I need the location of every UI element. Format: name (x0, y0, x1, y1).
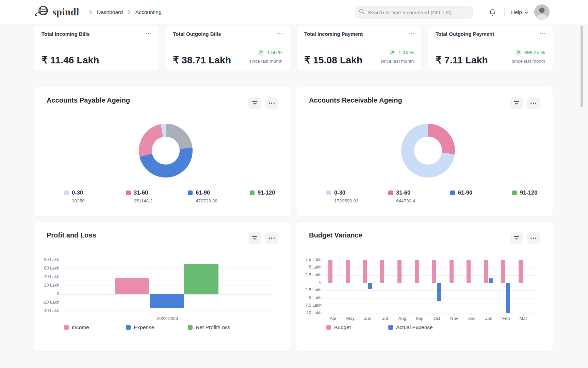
legend-item: Actual Expense (388, 324, 450, 331)
budget-bar-jan (484, 260, 488, 283)
legend-item: 31-60 251148.2 (126, 189, 188, 204)
stat-value: ₹ 38.71 Lakh (173, 55, 231, 66)
y-axis-label: 20 Lakh (34, 283, 59, 288)
trend-up-icon (515, 49, 522, 56)
breadcrumb-dashboard[interactable]: Dashboard (97, 9, 123, 15)
y-axis-label: 2.5 Lakh (296, 288, 322, 292)
legend-item: 61-90 (450, 189, 512, 204)
card-menu-button[interactable] (407, 31, 415, 35)
breadcrumb-accounting[interactable]: Accounting (135, 9, 162, 15)
x-axis-label: Nov (450, 316, 458, 321)
stat-card-total-incoming-payment: Total Incoming Payment ₹ 15.08 Lakh 1.34… (297, 26, 421, 71)
delta-percent: 1.34 % (398, 50, 414, 55)
y-axis-label: 7.5 Lakh (296, 303, 322, 308)
legend-swatch (126, 190, 131, 195)
card-menu-button[interactable] (539, 31, 546, 35)
legend-item: Expense (126, 324, 188, 331)
app-logo[interactable]: spindl (34, 5, 79, 18)
person-photo (534, 4, 550, 20)
legend-item: Income (64, 324, 126, 331)
card-menu-button[interactable] (145, 31, 152, 35)
x-axis-label: Aug (398, 316, 406, 321)
breadcrumb: Dashboard Accounting (89, 0, 162, 24)
accounts-receivable-ageing-card: Accounts Receivable Ageing 0-30 1729590.… (296, 87, 553, 216)
stat-delta: 898.25 % (515, 49, 545, 56)
logo-wordmark: spindl (52, 7, 79, 17)
chart-filter-button[interactable] (510, 97, 523, 109)
help-menu[interactable]: Help (511, 0, 528, 24)
legend-swatch (64, 325, 69, 330)
y-axis-label: -10 Lakh (296, 310, 322, 315)
x-axis-label: Feb (502, 316, 510, 321)
help-label: Help (511, 9, 522, 15)
net-profit-loss-bar (184, 264, 218, 294)
x-axis-label: Oct (434, 316, 440, 321)
y-axis-label: -20 Lakh (34, 300, 59, 305)
budget-bar-mar (519, 260, 523, 283)
x-axis-label: May (346, 316, 355, 321)
legend-swatch (326, 325, 331, 330)
notifications-button[interactable] (487, 7, 497, 17)
budget-bar-jul (380, 260, 384, 283)
actual-expense-bar-feb (506, 283, 510, 313)
chevron-down-icon (524, 9, 528, 15)
y-axis-label: 60 Lakh (34, 266, 59, 271)
payable-ageing-donut (139, 124, 193, 178)
x-axis-label: Sep (415, 316, 423, 321)
delta-caption: since last month (380, 59, 414, 64)
stat-value: ₹ 15.08 Lakh (304, 55, 362, 66)
trend-up-icon (258, 49, 264, 56)
budget-bar-jun (363, 260, 367, 283)
legend-swatch (250, 190, 255, 195)
bell-icon (489, 9, 496, 16)
user-avatar[interactable] (534, 4, 550, 20)
y-axis-label: 0 (34, 291, 59, 296)
stat-delta: 1.34 % (389, 49, 414, 56)
chevron-right-icon (128, 10, 131, 15)
y-axis-label: 0 (296, 280, 322, 285)
chart-legend: 0-30 1729590.93 31-60 644730.4 61-90 91-… (326, 189, 574, 204)
chart-menu-button[interactable] (527, 97, 540, 109)
actual-expense-bar-jun (368, 283, 372, 289)
global-search (355, 6, 473, 19)
budget-variance-card: Budget Variance 7.5 Lakh5 Lakh2.5 Lakh02… (296, 222, 553, 351)
header-divider (504, 7, 505, 17)
legend-item: 31-60 644730.4 (388, 189, 450, 204)
y-axis-label: -40 Lakh (34, 308, 59, 313)
stat-card-total-outgoing-payment: Total Outgoing Payment ₹ 7.11 Lakh 898.2… (428, 26, 553, 71)
legend-swatch (126, 325, 131, 330)
search-icon (359, 9, 365, 16)
ellipsis-icon (530, 103, 537, 104)
legend-item: 91-120 (512, 189, 574, 204)
budget-bar-may (346, 260, 350, 283)
chart-menu-button[interactable] (265, 97, 278, 109)
legend-item: 61-90 470729.38 (188, 189, 250, 204)
stat-title: Total Outgoing Payment (436, 31, 545, 37)
x-axis-label: Apr (330, 316, 337, 321)
ellipsis-icon (269, 103, 275, 104)
legend-swatch (512, 190, 517, 195)
legend-item: 0-30 1729590.93 (326, 189, 388, 204)
expense-bar (150, 294, 184, 308)
budget-bar-oct (432, 260, 436, 283)
chart-filter-button[interactable] (248, 97, 261, 109)
legend-item: 0-30 30250 (64, 189, 126, 204)
search-input[interactable] (368, 10, 469, 15)
card-menu-button[interactable] (276, 31, 284, 35)
scrollbar-thumb[interactable] (581, 26, 583, 107)
legend-swatch (388, 190, 393, 195)
chart-legend: Budget Actual Expense (326, 324, 450, 331)
budget-bar-feb (501, 260, 505, 283)
y-axis-label: -5 Lakh (296, 295, 322, 300)
y-axis-label: 7.5 Lakh (296, 257, 322, 262)
legend-swatch (188, 325, 193, 330)
y-axis-label: 2.5 Lakh (296, 273, 322, 277)
x-axis-label: Jul (382, 316, 388, 321)
chart-legend: Income Expense Net Profit/Loss (64, 324, 250, 331)
stat-title: Total Incoming Payment (304, 31, 414, 37)
accounting-dashboard-page: { "header": { "logo_text": "spindl", "br… (0, 0, 588, 368)
chart-title: Accounts Payable Ageing (47, 96, 130, 104)
legend-swatch (188, 190, 193, 195)
filter-icon (514, 101, 519, 105)
stat-title: Total Outgoing Bills (173, 31, 282, 37)
